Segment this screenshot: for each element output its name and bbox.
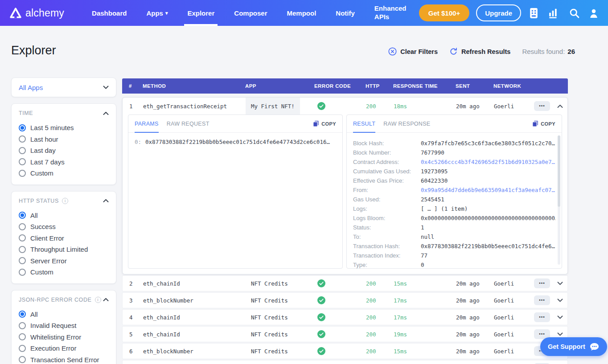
more-options-button[interactable]: ••• [534,101,550,111]
column-header-: # [122,83,143,89]
radio-unselected [19,356,26,363]
filter-header-json-rpc-error-code[interactable]: JSON-RPC ERROR CODEi [19,297,109,303]
column-header-sent: SENT [456,83,493,89]
scrollbar-thumb[interactable] [558,135,560,207]
chevron-up-icon [103,298,109,302]
collapse-toggle[interactable] [103,111,109,115]
table-row[interactable]: 6eth_blockNumberNFT Credits20015ms20m ag… [122,343,568,359]
nav-item-notify[interactable]: Notify [336,0,355,26]
success-check-icon [317,330,325,338]
nav-item-label: Mempool [287,9,316,17]
tab-raw-request[interactable]: RAW REQUEST [167,115,210,132]
copy-button[interactable]: COPY [313,120,336,127]
more-options-button[interactable]: ••• [534,312,550,322]
table-row[interactable]: 3eth_blockNumberNFT Credits20017ms20m ag… [122,292,568,308]
filter-header-http-status[interactable]: HTTP STATUSi [19,198,109,204]
table-row[interactable]: 2eth_chainIdNFT Credits20015ms20m agoGoe… [122,275,568,291]
http-status: 200 [366,280,394,287]
filter-header-time[interactable]: TIME [19,110,109,116]
nav-item-explorer[interactable]: Explorer [187,0,214,26]
radio-label: Custom [30,169,53,177]
http-status: 200 [366,314,394,321]
table-row[interactable]: 5eth_chainIdNFT Credits20019ms20m agoGoe… [122,326,568,342]
nav-item-composer[interactable]: Composer [234,0,267,26]
sent-cell: 20m ago [456,280,494,287]
radio-option-custom[interactable]: Custom [19,266,109,278]
table-row[interactable]: 1eth_getTransactionReceiptMy First NFT!2… [123,98,567,115]
table-row[interactable]: 4eth_chainIdNFT Credits20017ms20m agoGoe… [122,309,568,325]
expand-row-button[interactable] [557,332,563,336]
radio-option-all[interactable]: All [19,309,109,320]
get-credit-button[interactable]: Get $100+ [419,4,469,21]
collapse-toggle[interactable] [103,298,109,302]
table-header: #METHODAPPERROR CODEHTTPRESPONSE TIMESEN… [122,78,568,94]
collapse-toggle[interactable] [103,199,109,203]
nav-item-dashboard[interactable]: Dashboard [92,0,127,26]
radio-option-invalid-request[interactable]: Invalid Request [19,320,109,331]
nav-item-enhanced-apis[interactable]: Enhanced APIs [374,0,413,26]
error-code-cell [315,313,366,321]
radio-selected [19,311,26,318]
refresh-results-button[interactable]: Refresh Results [449,47,510,56]
clear-filters-button[interactable]: Clear Filters [388,47,438,56]
copy-button[interactable]: COPY [532,120,555,127]
expand-row-button[interactable] [557,315,563,319]
row-actions: ••• [534,101,569,111]
table-row[interactable]: ••• [122,360,568,364]
scrollbar[interactable] [558,135,560,265]
tab-params[interactable]: PARAMS [135,115,159,132]
expand-row-button[interactable] [557,299,563,303]
app-cell: NFT Credits [246,293,315,308]
row-index: 5 [123,331,143,338]
result-value: 7677990 [421,148,444,157]
radio-option-last-day[interactable]: Last day [19,145,109,156]
account-icon[interactable] [587,8,600,18]
result-key: Gas Used: [353,195,421,204]
radio-option-last-7-days[interactable]: Last 7 days [19,156,109,168]
radio-option-throughput-limited[interactable]: Throughput Limited [19,244,109,255]
radio-option-transaction-send-error[interactable]: Transaction Send Error [19,354,109,364]
collapse-row-button[interactable] [557,104,563,108]
radio-option-server-error[interactable]: Server Error [19,255,109,267]
result-row: Logs Bloom:0x000000000000000000000000000… [353,213,555,223]
nav-item-mempool[interactable]: Mempool [287,0,316,26]
radio-option-client-error[interactable]: Client Error [19,233,109,244]
radio-option-all[interactable]: All [19,210,109,221]
expand-row-button[interactable] [557,282,563,286]
result-key: To: [353,232,421,241]
nav-item-label: Apps [146,9,163,17]
radio-option-last-hour[interactable]: Last hour [19,134,109,145]
radio-label: Transaction Send Error [30,356,99,364]
get-support-button[interactable]: Get Support [540,337,607,356]
apps-dropdown[interactable]: All Apps [11,78,116,97]
result-value[interactable]: 0x4c5266ccc4b3f426965d2f51b6d910325a0e7… [421,157,555,167]
param-row: 0:0x8778303882f2219b8b0b5eeec01c751dc4fe… [135,139,336,145]
network-cell: Goerli [494,314,534,321]
error-code-cell [315,102,366,110]
alchemy-logo[interactable]: alchemy [10,7,64,19]
radio-label: Custom [30,268,53,276]
more-options-button[interactable]: ••• [534,295,550,305]
radio-label: Last hour [30,135,58,143]
error-code-cell [315,279,366,287]
app-name: NFT Credits [246,293,293,308]
charts-icon[interactable] [546,8,561,18]
tab-result[interactable]: RESULT [353,115,375,132]
nav-item-apps[interactable]: Apps▾ [146,0,168,26]
result-value[interactable]: 0x99a95d4d7dde6b9e663509a41cf3a9eeafc07… [421,185,555,195]
more-options-button[interactable]: ••• [534,278,550,288]
chevron-down-icon [557,282,563,286]
radio-option-whitelisting-error[interactable]: Whitelisting Error [19,331,109,343]
radio-option-success[interactable]: Success [19,221,109,233]
result-row: Gas Used:2545451 [353,195,555,204]
app-name: NFT Credits [246,344,293,359]
radio-option-custom[interactable]: Custom [19,168,109,179]
tab-raw-response[interactable]: RAW RESPONSE [383,115,430,132]
billing-icon[interactable] [528,8,540,19]
result-value: 1 [421,223,424,232]
radio-option-last-5-minutes[interactable]: Last 5 minutes [19,122,109,134]
search-icon[interactable] [568,8,581,18]
radio-label: Server Error [30,257,67,265]
upgrade-button[interactable]: Upgrade [476,4,521,21]
radio-option-execution-error[interactable]: Execution Error [19,343,109,354]
